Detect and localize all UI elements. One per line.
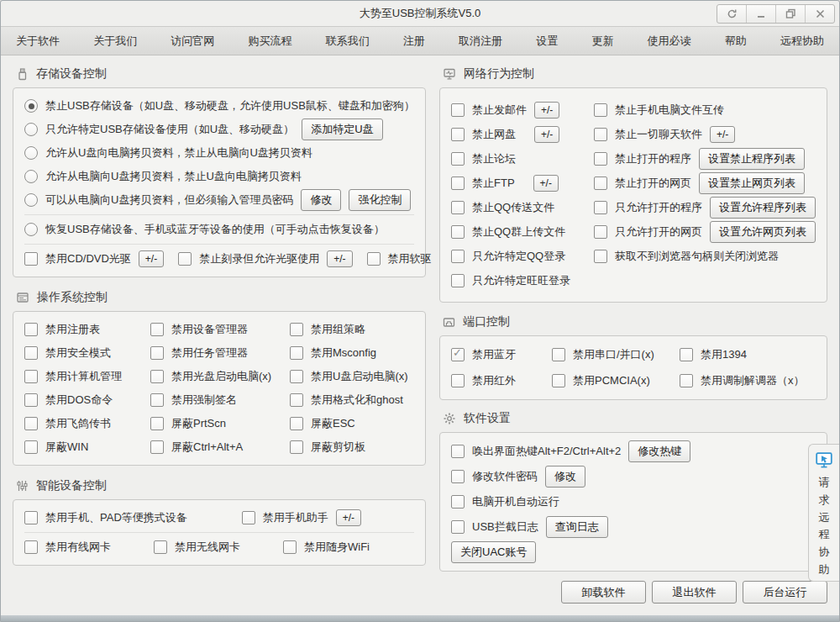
- checkbox-autorun-on-boot[interactable]: [451, 495, 465, 509]
- set-allowed-webpages-button[interactable]: 设置允许网页列表: [710, 221, 816, 243]
- checkbox-block-win[interactable]: [24, 440, 38, 454]
- set-forbidden-webpages-button[interactable]: 设置禁止网页列表: [699, 172, 805, 194]
- modify-hotkey-button[interactable]: 修改热键: [628, 440, 690, 462]
- add-specific-usb-button[interactable]: 添加特定U盘: [302, 119, 382, 140]
- maximize-button[interactable]: [775, 5, 805, 23]
- cddvd-plusminus-button[interactable]: +/-: [139, 250, 164, 267]
- menu-settings[interactable]: 设置: [536, 34, 558, 49]
- menu-help[interactable]: 帮助: [725, 34, 747, 49]
- checkbox-allow-specific-wangwang[interactable]: [451, 274, 465, 287]
- ftp-plusminus-button[interactable]: +/-: [533, 175, 559, 192]
- radio-restore-usb-devices[interactable]: [24, 223, 38, 236]
- chat-plusminus-button[interactable]: +/-: [710, 126, 735, 143]
- menu-register[interactable]: 注册: [403, 34, 425, 49]
- request-remote-assist-tab[interactable]: 请求远程协助: [808, 444, 839, 582]
- checkbox-disable-dos[interactable]: [24, 393, 38, 407]
- checkbox-forbid-qq-file[interactable]: [451, 201, 465, 214]
- checkbox-modify-password[interactable]: [451, 470, 465, 483]
- radio-forbid-usb-storage[interactable]: [24, 99, 38, 113]
- burning-plusminus-button[interactable]: +/-: [327, 250, 352, 267]
- checkbox-forbid-all-chat[interactable]: [594, 128, 607, 141]
- checkbox-disable-task-manager[interactable]: [150, 346, 164, 360]
- checkbox-disable-serial-parallel[interactable]: [552, 348, 565, 361]
- checkbox-disable-registry[interactable]: [24, 323, 38, 336]
- radio-allow-specific-usb[interactable]: [24, 123, 38, 136]
- checkbox-disable-phone-pad[interactable]: [24, 511, 38, 524]
- checkbox-disable-force-signing[interactable]: [150, 393, 164, 407]
- checkbox-block-ctrl-alt-a[interactable]: [150, 440, 164, 454]
- checkbox-disable-msconfig[interactable]: [290, 346, 303, 360]
- checkbox-disable-cd-boot[interactable]: [150, 370, 164, 383]
- checkbox-forbid-phone-pc-transfer[interactable]: [594, 103, 607, 117]
- checkbox-block-clipboard[interactable]: [290, 440, 303, 454]
- net-item: 禁止手机电脑文件互传: [594, 98, 816, 122]
- menu-remote-assist[interactable]: 远程协助: [780, 34, 824, 49]
- menu-unregister[interactable]: 取消注册: [459, 34, 502, 49]
- query-log-button[interactable]: 查询日志: [546, 516, 608, 538]
- set-allowed-programs-button[interactable]: 设置允许程序列表: [710, 197, 816, 219]
- enhanced-control-button[interactable]: 强化控制: [349, 189, 411, 211]
- modify-software-password-button[interactable]: 修改: [545, 466, 585, 488]
- checkbox-disable-pcmcia[interactable]: [552, 374, 565, 387]
- menu-about-software[interactable]: 关于软件: [16, 34, 60, 49]
- checkbox-label: 禁用串口/并口(x): [573, 347, 654, 362]
- checkbox-allow-only-programs[interactable]: [594, 201, 607, 214]
- checkbox-forbid-qqgroup-upload[interactable]: [451, 225, 465, 239]
- checkbox-disable-wired-nic[interactable]: [24, 540, 38, 554]
- refresh-button[interactable]: [717, 5, 746, 23]
- checkbox-disable-phone-assistant[interactable]: [242, 511, 255, 524]
- checkbox-allow-only-webpages[interactable]: [594, 225, 607, 239]
- close-button[interactable]: [805, 5, 834, 23]
- checkbox-close-browser-no-handle[interactable]: [594, 250, 607, 263]
- menu-about-us[interactable]: 关于我们: [93, 34, 137, 49]
- checkbox-disable-usb-boot[interactable]: [290, 370, 303, 383]
- checkbox-block-esc[interactable]: [290, 417, 303, 430]
- uninstall-button[interactable]: 卸载软件: [561, 581, 646, 604]
- checkbox-forbid-burning[interactable]: [178, 252, 192, 266]
- checkbox-disable-cddvd[interactable]: [24, 252, 38, 266]
- menu-update[interactable]: 更新: [591, 34, 613, 49]
- checkbox-label: 禁止打开的程序: [615, 151, 691, 166]
- checkbox-forbid-ftp[interactable]: [451, 177, 465, 190]
- run-background-button[interactable]: 后台运行: [743, 581, 827, 604]
- checkbox-disable-modem[interactable]: [680, 374, 693, 387]
- radio-copy-with-password[interactable]: [24, 193, 38, 207]
- netdisk-plusminus-button[interactable]: +/-: [534, 126, 559, 143]
- set-forbidden-programs-button[interactable]: 设置禁止程序列表: [699, 148, 805, 170]
- menu-readme[interactable]: 使用必读: [648, 34, 691, 49]
- checkbox-hotkey[interactable]: [451, 445, 465, 458]
- checkbox-block-prtscn[interactable]: [150, 417, 164, 430]
- checkbox-disable-device-manager[interactable]: [150, 323, 164, 336]
- checkbox-disable-bluetooth[interactable]: [451, 348, 465, 361]
- checkbox-disable-1394[interactable]: [680, 348, 693, 361]
- checkbox-forbid-email[interactable]: [451, 103, 465, 117]
- minimize-button[interactable]: [746, 5, 775, 23]
- menu-contact[interactable]: 联系我们: [326, 34, 370, 49]
- checkbox-forbid-netdisk[interactable]: [451, 128, 465, 141]
- radio-pc-to-usb-only[interactable]: [24, 170, 38, 183]
- modify-password-button[interactable]: 修改: [301, 189, 341, 211]
- checkbox-forbid-open-webpages[interactable]: [594, 177, 607, 190]
- checkbox-disable-floppy[interactable]: [367, 252, 381, 266]
- close-uac-button[interactable]: 关闭UAC账号: [451, 541, 536, 563]
- checkbox-disable-format-ghost[interactable]: [290, 393, 303, 407]
- checkbox-disable-portable-wifi[interactable]: [283, 540, 297, 554]
- checkbox-usb-intercept-log[interactable]: [451, 520, 465, 534]
- software-item: 关闭UAC账号: [451, 540, 816, 565]
- checkbox-disable-infrared[interactable]: [451, 374, 465, 387]
- radio-usb-to-pc-only[interactable]: [24, 146, 38, 160]
- checkbox-disable-computer-mgmt[interactable]: [24, 370, 38, 383]
- menu-purchase[interactable]: 购买流程: [249, 34, 292, 49]
- checkbox-forbid-open-programs[interactable]: [594, 152, 607, 166]
- email-plusminus-button[interactable]: +/-: [534, 102, 559, 119]
- menu-visit-site[interactable]: 访问官网: [171, 34, 214, 49]
- exit-button[interactable]: 退出软件: [652, 581, 737, 604]
- checkbox-disable-wireless-nic[interactable]: [154, 540, 167, 554]
- phone-assistant-plusminus-button[interactable]: +/-: [336, 509, 361, 526]
- checkbox-disable-safe-mode[interactable]: [24, 346, 38, 360]
- checkbox-forbid-forum[interactable]: [451, 152, 465, 166]
- checkbox-allow-specific-qq[interactable]: [451, 250, 465, 263]
- checkbox-disable-ipmsg[interactable]: [24, 417, 38, 430]
- gear-icon: [443, 412, 456, 425]
- checkbox-disable-group-policy[interactable]: [290, 323, 303, 336]
